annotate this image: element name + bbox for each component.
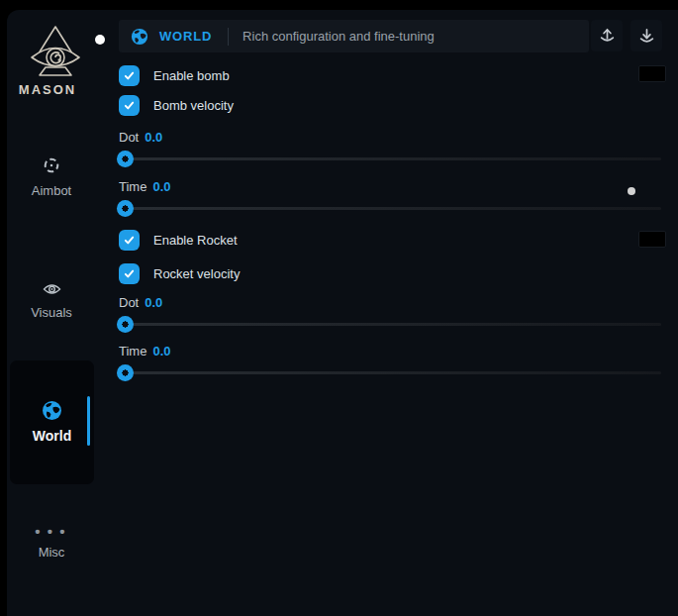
bomb-velocity-checkbox[interactable] — [119, 95, 140, 116]
sidebar-item-label: Visuals — [7, 305, 96, 320]
slider-label-row: Dot 0.0 — [119, 130, 661, 145]
active-tab-indicator — [87, 396, 90, 446]
page-subtitle: Rich configuration and fine-tuning — [242, 29, 435, 44]
slider-value: 0.0 — [152, 179, 170, 194]
upload-icon — [599, 28, 616, 45]
globe-icon — [131, 28, 148, 46]
ellipsis-icon: • • • — [7, 523, 96, 540]
download-icon — [638, 28, 655, 45]
sidebar-item-label: Misc — [7, 545, 96, 560]
sidebar-item-label: Aimbot — [7, 183, 96, 198]
page-header: WORLD Rich configuration and fine-tuning — [119, 20, 589, 52]
slider-handle[interactable] — [117, 364, 134, 381]
checkbox-row-bomb-velocity: Bomb velocity — [119, 95, 661, 116]
checkmark-icon — [123, 267, 136, 280]
bomb-color-swatch[interactable] — [638, 65, 666, 82]
download-config-button[interactable] — [630, 20, 662, 51]
slider-handle[interactable] — [117, 151, 134, 167]
checkbox-label: Rocket velocity — [153, 266, 240, 281]
page-title: WORLD — [159, 29, 212, 44]
checkbox-label: Bomb velocity — [153, 98, 234, 113]
time-slider[interactable] — [119, 207, 661, 210]
globe-icon — [10, 400, 94, 425]
sidebar-item-world[interactable]: World — [10, 360, 94, 484]
cursor-dot — [95, 35, 105, 45]
checkbox-row-rocket-velocity: Rocket velocity — [119, 263, 661, 284]
rocket-velocity-checkbox[interactable] — [119, 263, 140, 284]
cursor-dot-small — [628, 187, 635, 195]
slider-label: Dot — [119, 130, 139, 145]
cheat-menu-window: MASON Aimbot Visuals — [7, 10, 678, 616]
sidebar-item-visuals[interactable]: Visuals — [7, 282, 96, 320]
slider-value: 0.0 — [145, 295, 162, 310]
upload-config-button[interactable] — [591, 20, 623, 51]
eye-icon — [43, 282, 61, 296]
mason-logo-icon — [27, 25, 84, 84]
slider-label-row: Time 0.0 — [119, 179, 661, 194]
slider-value: 0.0 — [152, 344, 170, 359]
checkmark-icon — [123, 99, 136, 112]
checkbox-label: Enable Rocket — [153, 233, 238, 248]
checkbox-row-enable-bomb: Enable bomb — [119, 65, 661, 86]
dot-slider[interactable] — [119, 157, 661, 160]
time-slider[interactable] — [119, 371, 661, 374]
brand-name: MASON — [13, 82, 82, 97]
crosshair-icon — [43, 156, 60, 174]
slider-handle[interactable] — [117, 200, 134, 217]
slider-label-row: Dot 0.0 — [119, 295, 661, 310]
header-divider — [228, 28, 229, 46]
sidebar-item-label: World — [10, 428, 94, 444]
slider-label: Time — [119, 179, 146, 194]
dot-slider[interactable] — [119, 323, 661, 326]
rocket-color-swatch[interactable] — [638, 231, 666, 248]
enable-rocket-checkbox[interactable] — [119, 230, 140, 251]
slider-value: 0.0 — [145, 130, 162, 145]
checkbox-row-enable-rocket: Enable Rocket — [119, 230, 661, 251]
enable-bomb-checkbox[interactable] — [119, 65, 140, 86]
screen: MASON Aimbot Visuals — [0, 0, 678, 616]
slider-label: Dot — [119, 295, 139, 310]
sidebar-item-misc[interactable]: • • • Misc — [7, 523, 96, 560]
sidebar-item-aimbot[interactable]: Aimbot — [7, 156, 96, 198]
checkmark-icon — [123, 234, 136, 247]
checkbox-label: Enable bomb — [153, 68, 230, 83]
checkmark-icon — [123, 69, 136, 82]
slider-handle[interactable] — [117, 316, 134, 333]
slider-label: Time — [119, 344, 146, 359]
slider-label-row: Time 0.0 — [119, 344, 661, 359]
